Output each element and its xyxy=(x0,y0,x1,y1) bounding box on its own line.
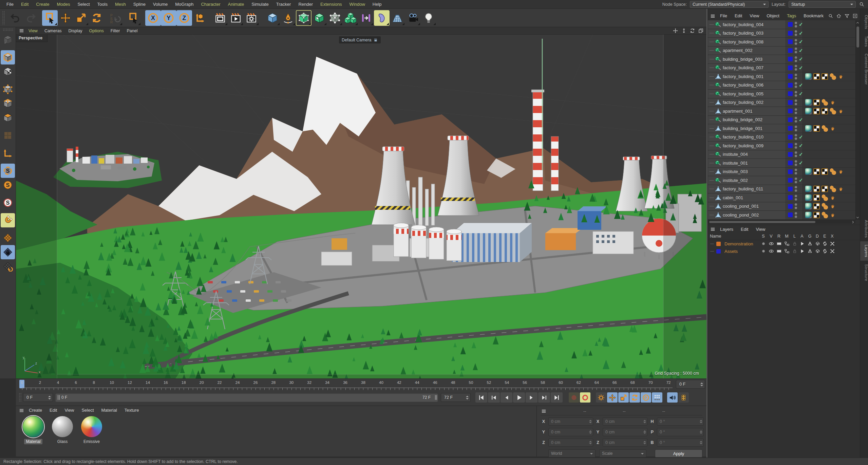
menu-create[interactable]: Create xyxy=(32,0,53,9)
visibility-dots[interactable] xyxy=(795,65,797,71)
layers-menu-edit[interactable]: Edit xyxy=(737,225,752,234)
visibility-dots[interactable] xyxy=(795,134,797,140)
material-preview-sphere[interactable] xyxy=(52,416,73,437)
visibility-dots[interactable] xyxy=(795,212,797,218)
live-selection-button[interactable] xyxy=(42,10,58,26)
null-object-icon[interactable] xyxy=(715,203,721,209)
layer-chip[interactable] xyxy=(788,117,793,122)
layers-menu-view[interactable]: View xyxy=(752,225,769,234)
material-item[interactable]: Glass xyxy=(50,416,75,444)
layer-chip[interactable] xyxy=(788,83,793,88)
polygon-object-icon[interactable] xyxy=(715,64,721,71)
size-group[interactable]: -- xyxy=(623,409,625,414)
layer-genx-icon[interactable] xyxy=(807,248,813,254)
selection-tag-icon[interactable] xyxy=(838,73,844,80)
polygon-object-icon[interactable] xyxy=(715,151,721,157)
palette-grip[interactable] xyxy=(3,28,13,31)
visibility-dots[interactable] xyxy=(795,143,797,149)
layer-lock-icon[interactable] xyxy=(792,241,797,246)
uv-tag-icon[interactable] xyxy=(813,186,820,192)
menu-mograph[interactable]: MoGraph xyxy=(171,0,197,9)
material-tag-icon[interactable] xyxy=(805,168,812,175)
phong-tag-icon[interactable] xyxy=(830,168,836,175)
cloner-button[interactable] xyxy=(327,10,343,26)
visibility-dots[interactable] xyxy=(795,22,797,27)
last-tool-psr-button[interactable]: PSR xyxy=(107,10,123,26)
side-tab-takes[interactable]: Takes xyxy=(860,33,868,50)
layer-chip[interactable] xyxy=(788,143,793,148)
preview-range-slider[interactable]: 0 F 72 F xyxy=(55,393,438,402)
material-menu-view[interactable]: View xyxy=(61,406,78,415)
selection-tag-icon[interactable] xyxy=(838,168,844,175)
layer-chip[interactable] xyxy=(788,195,793,200)
visibility-dots[interactable] xyxy=(795,48,797,53)
keying-settings-button[interactable] xyxy=(596,392,606,403)
filter-icon[interactable] xyxy=(844,13,850,19)
viewport-menu-display[interactable]: Display xyxy=(65,27,86,35)
key-scale-button[interactable] xyxy=(618,392,629,403)
workplane-button[interactable] xyxy=(1,231,15,245)
enable-axis-modification-button[interactable] xyxy=(1,146,15,160)
points-mode-button[interactable] xyxy=(1,82,15,96)
object-menu-object[interactable]: Object xyxy=(763,12,783,20)
object-row[interactable]: factory_building_002 xyxy=(708,98,860,107)
make-editable-button[interactable] xyxy=(1,33,15,47)
phong-tag-icon[interactable] xyxy=(822,125,828,132)
viewport-menu-icon[interactable] xyxy=(19,28,24,34)
pan-view-icon[interactable] xyxy=(673,28,678,34)
material-preview-sphere[interactable] xyxy=(23,416,44,437)
material-tag-icon[interactable] xyxy=(805,125,812,132)
selection-tag-icon[interactable] xyxy=(838,108,844,114)
camera-button[interactable] xyxy=(405,10,421,26)
uv-tag-icon[interactable] xyxy=(822,108,828,114)
visibility-dots[interactable] xyxy=(795,30,797,36)
layer-expr-icon[interactable] xyxy=(822,241,828,246)
layer-chip[interactable] xyxy=(788,152,793,157)
render-view-button[interactable] xyxy=(212,10,228,26)
uv-tag-icon[interactable] xyxy=(813,203,820,209)
layer-dot-icon[interactable] xyxy=(761,248,766,254)
layer-lock-icon[interactable] xyxy=(792,248,797,254)
align-workplane-button[interactable] xyxy=(1,259,15,274)
search-icon[interactable] xyxy=(828,13,833,19)
coordinate-system-button[interactable] xyxy=(192,10,208,26)
material-menu-texture[interactable]: Texture xyxy=(121,406,143,415)
visibility-dots[interactable] xyxy=(795,126,797,131)
quantize-button[interactable]: S xyxy=(1,196,15,210)
phong-tag-icon[interactable] xyxy=(830,108,836,114)
object-menu-file[interactable]: File xyxy=(716,12,731,20)
material-preview-sphere[interactable] xyxy=(81,416,102,437)
apply-button[interactable]: Apply xyxy=(655,449,702,458)
environment-floor-button[interactable] xyxy=(390,10,405,26)
visibility-dots[interactable] xyxy=(795,56,797,62)
top-level-icon[interactable] xyxy=(836,13,842,19)
null-object-icon[interactable] xyxy=(715,212,721,218)
selection-tag-icon[interactable] xyxy=(830,99,836,106)
texture-mode-button[interactable] xyxy=(1,64,15,79)
range-end-grip[interactable]: 72 F xyxy=(422,395,436,400)
layer-link-icon[interactable] xyxy=(784,248,790,254)
phong-tag-icon[interactable] xyxy=(822,194,828,201)
lock-z-axis-button[interactable]: Z xyxy=(176,10,192,26)
enabled-check-icon[interactable]: ✓ xyxy=(799,56,803,62)
side-tab-objects[interactable]: Objects xyxy=(860,12,868,33)
object-row[interactable]: factory_building_009✓ xyxy=(708,142,860,150)
play-button[interactable] xyxy=(513,392,525,403)
render-settings-button[interactable] xyxy=(244,10,259,26)
uv-tag-icon[interactable] xyxy=(822,168,828,175)
uv-tag-icon[interactable] xyxy=(813,99,820,106)
rotate-button[interactable] xyxy=(89,10,105,26)
view-label[interactable]: Perspective xyxy=(16,35,48,42)
visibility-dots[interactable] xyxy=(795,151,797,157)
layer-chip[interactable] xyxy=(788,100,793,105)
selection-tag-icon[interactable] xyxy=(830,125,836,132)
key-rotation-button[interactable] xyxy=(629,392,640,403)
visibility-dots[interactable] xyxy=(795,160,797,166)
menu-window[interactable]: Window xyxy=(346,0,369,9)
goto-start-button[interactable] xyxy=(475,392,487,403)
viewport-menu-options[interactable]: Options xyxy=(86,27,107,35)
layer-chip[interactable] xyxy=(788,66,793,70)
visibility-dots[interactable] xyxy=(795,195,797,201)
key-point-level-animation-button[interactable] xyxy=(652,392,662,403)
frame-spinner[interactable]: 0 F xyxy=(23,393,53,402)
